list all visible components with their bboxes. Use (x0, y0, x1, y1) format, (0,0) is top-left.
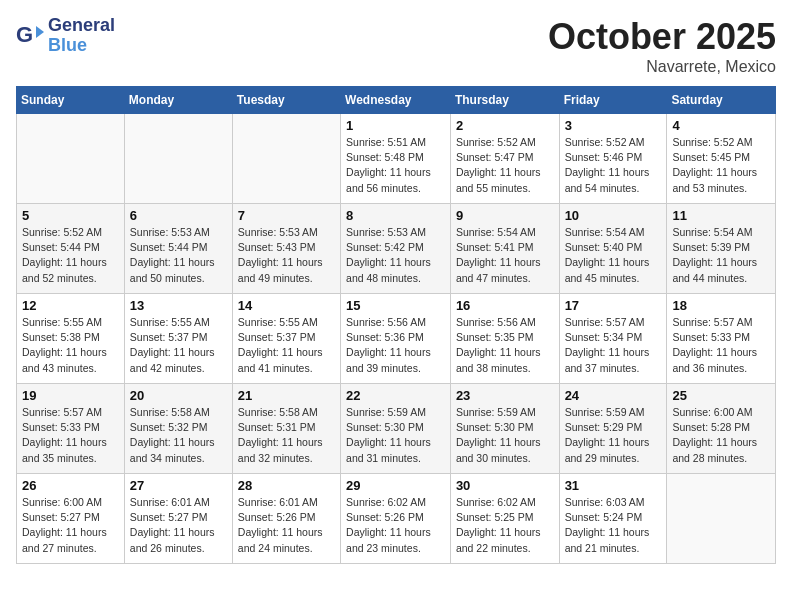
calendar-cell: 30Sunrise: 6:02 AM Sunset: 5:25 PM Dayli… (450, 474, 559, 564)
calendar-cell: 13Sunrise: 5:55 AM Sunset: 5:37 PM Dayli… (124, 294, 232, 384)
title-block: October 2025 Navarrete, Mexico (548, 16, 776, 76)
calendar-cell: 27Sunrise: 6:01 AM Sunset: 5:27 PM Dayli… (124, 474, 232, 564)
day-number: 29 (346, 478, 445, 493)
calendar-cell: 1Sunrise: 5:51 AM Sunset: 5:48 PM Daylig… (341, 114, 451, 204)
day-number: 21 (238, 388, 335, 403)
month-title: October 2025 (548, 16, 776, 58)
svg-marker-1 (36, 26, 44, 38)
day-number: 16 (456, 298, 554, 313)
calendar-cell: 26Sunrise: 6:00 AM Sunset: 5:27 PM Dayli… (17, 474, 125, 564)
day-number: 7 (238, 208, 335, 223)
calendar-cell: 10Sunrise: 5:54 AM Sunset: 5:40 PM Dayli… (559, 204, 667, 294)
weekday-header-friday: Friday (559, 87, 667, 114)
calendar-cell: 17Sunrise: 5:57 AM Sunset: 5:34 PM Dayli… (559, 294, 667, 384)
day-info: Sunrise: 5:52 AM Sunset: 5:47 PM Dayligh… (456, 135, 554, 196)
calendar-cell: 7Sunrise: 5:53 AM Sunset: 5:43 PM Daylig… (232, 204, 340, 294)
day-number: 24 (565, 388, 662, 403)
svg-text:G: G (16, 22, 33, 47)
calendar-cell: 3Sunrise: 5:52 AM Sunset: 5:46 PM Daylig… (559, 114, 667, 204)
calendar-week-3: 12Sunrise: 5:55 AM Sunset: 5:38 PM Dayli… (17, 294, 776, 384)
day-info: Sunrise: 5:54 AM Sunset: 5:41 PM Dayligh… (456, 225, 554, 286)
day-number: 3 (565, 118, 662, 133)
location-subtitle: Navarrete, Mexico (548, 58, 776, 76)
day-info: Sunrise: 5:52 AM Sunset: 5:46 PM Dayligh… (565, 135, 662, 196)
day-number: 15 (346, 298, 445, 313)
day-number: 18 (672, 298, 770, 313)
day-info: Sunrise: 6:01 AM Sunset: 5:27 PM Dayligh… (130, 495, 227, 556)
logo-name: GeneralBlue (48, 16, 115, 56)
day-info: Sunrise: 5:58 AM Sunset: 5:32 PM Dayligh… (130, 405, 227, 466)
day-number: 23 (456, 388, 554, 403)
day-number: 14 (238, 298, 335, 313)
day-info: Sunrise: 5:59 AM Sunset: 5:29 PM Dayligh… (565, 405, 662, 466)
calendar-cell: 21Sunrise: 5:58 AM Sunset: 5:31 PM Dayli… (232, 384, 340, 474)
day-number: 2 (456, 118, 554, 133)
calendar-cell: 23Sunrise: 5:59 AM Sunset: 5:30 PM Dayli… (450, 384, 559, 474)
calendar-cell: 8Sunrise: 5:53 AM Sunset: 5:42 PM Daylig… (341, 204, 451, 294)
calendar-week-5: 26Sunrise: 6:00 AM Sunset: 5:27 PM Dayli… (17, 474, 776, 564)
day-number: 26 (22, 478, 119, 493)
day-number: 31 (565, 478, 662, 493)
day-info: Sunrise: 6:02 AM Sunset: 5:25 PM Dayligh… (456, 495, 554, 556)
day-number: 5 (22, 208, 119, 223)
day-info: Sunrise: 5:57 AM Sunset: 5:33 PM Dayligh… (672, 315, 770, 376)
day-number: 9 (456, 208, 554, 223)
day-number: 11 (672, 208, 770, 223)
weekday-header-sunday: Sunday (17, 87, 125, 114)
calendar-week-4: 19Sunrise: 5:57 AM Sunset: 5:33 PM Dayli… (17, 384, 776, 474)
calendar-cell: 16Sunrise: 5:56 AM Sunset: 5:35 PM Dayli… (450, 294, 559, 384)
day-number: 22 (346, 388, 445, 403)
day-info: Sunrise: 6:01 AM Sunset: 5:26 PM Dayligh… (238, 495, 335, 556)
calendar-cell: 12Sunrise: 5:55 AM Sunset: 5:38 PM Dayli… (17, 294, 125, 384)
day-info: Sunrise: 5:53 AM Sunset: 5:43 PM Dayligh… (238, 225, 335, 286)
day-info: Sunrise: 5:56 AM Sunset: 5:36 PM Dayligh… (346, 315, 445, 376)
calendar-cell: 15Sunrise: 5:56 AM Sunset: 5:36 PM Dayli… (341, 294, 451, 384)
calendar-cell: 11Sunrise: 5:54 AM Sunset: 5:39 PM Dayli… (667, 204, 776, 294)
page-header: G GeneralBlue October 2025 Navarrete, Me… (16, 16, 776, 76)
calendar-cell: 20Sunrise: 5:58 AM Sunset: 5:32 PM Dayli… (124, 384, 232, 474)
day-info: Sunrise: 5:56 AM Sunset: 5:35 PM Dayligh… (456, 315, 554, 376)
day-info: Sunrise: 5:53 AM Sunset: 5:44 PM Dayligh… (130, 225, 227, 286)
weekday-header-wednesday: Wednesday (341, 87, 451, 114)
calendar-header-row: SundayMondayTuesdayWednesdayThursdayFrid… (17, 87, 776, 114)
day-number: 28 (238, 478, 335, 493)
day-info: Sunrise: 6:03 AM Sunset: 5:24 PM Dayligh… (565, 495, 662, 556)
calendar-week-2: 5Sunrise: 5:52 AM Sunset: 5:44 PM Daylig… (17, 204, 776, 294)
calendar-cell (232, 114, 340, 204)
day-number: 1 (346, 118, 445, 133)
weekday-header-tuesday: Tuesday (232, 87, 340, 114)
day-info: Sunrise: 5:52 AM Sunset: 5:44 PM Dayligh… (22, 225, 119, 286)
day-info: Sunrise: 5:54 AM Sunset: 5:39 PM Dayligh… (672, 225, 770, 286)
day-number: 8 (346, 208, 445, 223)
logo-icon: G (16, 22, 44, 50)
day-number: 19 (22, 388, 119, 403)
weekday-header-saturday: Saturday (667, 87, 776, 114)
calendar-cell: 24Sunrise: 5:59 AM Sunset: 5:29 PM Dayli… (559, 384, 667, 474)
calendar-cell: 2Sunrise: 5:52 AM Sunset: 5:47 PM Daylig… (450, 114, 559, 204)
calendar-cell: 4Sunrise: 5:52 AM Sunset: 5:45 PM Daylig… (667, 114, 776, 204)
day-info: Sunrise: 5:53 AM Sunset: 5:42 PM Dayligh… (346, 225, 445, 286)
calendar-body: 1Sunrise: 5:51 AM Sunset: 5:48 PM Daylig… (17, 114, 776, 564)
calendar-cell (667, 474, 776, 564)
day-info: Sunrise: 5:59 AM Sunset: 5:30 PM Dayligh… (456, 405, 554, 466)
day-info: Sunrise: 6:02 AM Sunset: 5:26 PM Dayligh… (346, 495, 445, 556)
calendar-cell: 25Sunrise: 6:00 AM Sunset: 5:28 PM Dayli… (667, 384, 776, 474)
calendar-cell: 6Sunrise: 5:53 AM Sunset: 5:44 PM Daylig… (124, 204, 232, 294)
day-info: Sunrise: 5:52 AM Sunset: 5:45 PM Dayligh… (672, 135, 770, 196)
calendar-cell: 5Sunrise: 5:52 AM Sunset: 5:44 PM Daylig… (17, 204, 125, 294)
day-info: Sunrise: 5:59 AM Sunset: 5:30 PM Dayligh… (346, 405, 445, 466)
day-number: 20 (130, 388, 227, 403)
calendar-cell: 18Sunrise: 5:57 AM Sunset: 5:33 PM Dayli… (667, 294, 776, 384)
day-number: 4 (672, 118, 770, 133)
day-info: Sunrise: 5:55 AM Sunset: 5:37 PM Dayligh… (238, 315, 335, 376)
logo: G GeneralBlue (16, 16, 115, 56)
day-number: 13 (130, 298, 227, 313)
day-number: 30 (456, 478, 554, 493)
day-number: 6 (130, 208, 227, 223)
weekday-header-monday: Monday (124, 87, 232, 114)
day-info: Sunrise: 5:58 AM Sunset: 5:31 PM Dayligh… (238, 405, 335, 466)
day-info: Sunrise: 5:51 AM Sunset: 5:48 PM Dayligh… (346, 135, 445, 196)
calendar-cell (124, 114, 232, 204)
calendar-cell: 14Sunrise: 5:55 AM Sunset: 5:37 PM Dayli… (232, 294, 340, 384)
calendar-cell: 22Sunrise: 5:59 AM Sunset: 5:30 PM Dayli… (341, 384, 451, 474)
